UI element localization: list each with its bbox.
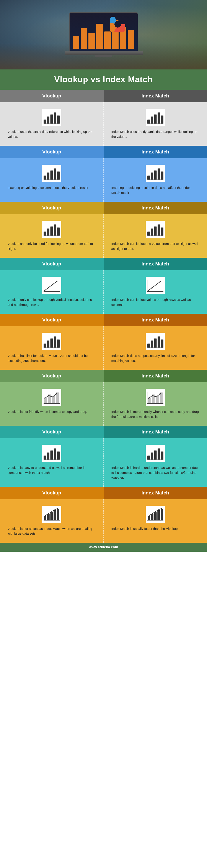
svg-rect-62	[161, 339, 164, 347]
svg-rect-12	[154, 114, 157, 124]
svg-rect-11	[151, 116, 153, 123]
row-2-indexmatch-text: Inserting or deleting a column does not …	[111, 185, 200, 195]
hero-image	[0, 0, 207, 69]
page-title: Vlookup vs Index Match	[4, 75, 203, 84]
comparison-row-7: VlookupIndex Match Vlookup is easy to un…	[0, 426, 207, 487]
svg-point-48	[156, 284, 157, 285]
svg-rect-92	[50, 512, 53, 520]
row-3-vlookup-icon	[42, 221, 61, 238]
row-6-vlookup-icon	[42, 389, 61, 406]
row-4-indexmatch-text: Index Match can lookup values through ro…	[111, 298, 200, 307]
row-3-indexmatch-text: Index Match can lookup the values from L…	[111, 241, 200, 251]
row-6-vlookup-header: Vlookup	[0, 370, 104, 382]
svg-rect-59	[151, 340, 153, 347]
row-8-vlookup-body: Vlookup is not as fast as Index Match wh…	[0, 499, 103, 542]
svg-rect-53	[47, 340, 49, 347]
svg-rect-10	[147, 119, 150, 124]
svg-point-42	[52, 284, 53, 285]
row-1-indexmatch-icon	[146, 109, 165, 126]
svg-rect-90	[44, 516, 46, 520]
row-1-indexmatch-text: Index Match uses the dynamic data ranges…	[111, 129, 200, 139]
row-2-vlookup-text: Inserting or Deleting a column affects t…	[8, 185, 96, 190]
row-7-vlookup-body: Vlookup is easy to understand as well as…	[0, 438, 103, 487]
row-5-vlookup-icon	[42, 333, 61, 350]
comparison-row-2: VlookupIndex Match Inserting or Deleting…	[0, 146, 207, 202]
row-2-vlookup-body: Inserting or Deleting a column affects t…	[0, 158, 103, 202]
svg-rect-58	[147, 343, 150, 347]
row-5-vlookup-text: Vlookup has limit for lookup, value size…	[8, 353, 96, 363]
svg-rect-91	[47, 515, 49, 520]
svg-point-47	[151, 287, 153, 288]
svg-rect-56	[57, 339, 60, 347]
row-4-vlookup-body: Vlookup only can lookup through vertical…	[0, 270, 103, 314]
title-bar: Vlookup vs Index Match	[0, 69, 207, 90]
svg-rect-81	[54, 448, 56, 460]
svg-rect-18	[50, 170, 53, 180]
row-8-indexmatch-icon	[146, 506, 165, 523]
svg-rect-8	[57, 116, 60, 124]
row-3-vlookup-body: Vlookup can only be used for looking up …	[0, 214, 103, 258]
row-7-indexmatch-icon	[146, 445, 165, 462]
row-6-indexmatch-header: Index Match	[104, 370, 207, 382]
svg-rect-30	[50, 226, 53, 236]
svg-rect-25	[158, 168, 160, 180]
svg-rect-55	[54, 336, 56, 347]
comparison-section: VlookupIndex Match Vlookup uses the stat…	[0, 90, 207, 542]
svg-rect-79	[47, 452, 49, 459]
svg-rect-4	[43, 119, 46, 124]
row-4-indexmatch-body: Index Match can lookup values through ro…	[104, 270, 207, 314]
row-6-indexmatch-text: Index Match is more friendly when it com…	[111, 409, 200, 419]
row-8-indexmatch-body: Index Match is usually faster than the V…	[104, 499, 207, 542]
svg-rect-54	[50, 338, 53, 347]
laptop-screen	[69, 12, 138, 52]
comparison-row-5: VlookupIndex Match Vlookup has limit for…	[0, 314, 207, 370]
row-8-vlookup-icon	[42, 506, 61, 523]
laptop-stand	[95, 55, 112, 57]
svg-rect-61	[158, 336, 160, 347]
comparison-row-4: VlookupIndex Match Vlookup only can look…	[0, 258, 207, 314]
row-4-indexmatch-header: Index Match	[104, 258, 207, 270]
row-2-indexmatch-body: Inserting or deleting a column does not …	[104, 158, 207, 202]
row-6-vlookup-body: Vlookup is not friendly when it comes to…	[0, 382, 103, 426]
svg-point-43	[56, 281, 58, 282]
row-6-vlookup-text: Vlookup is not friendly when it comes to…	[8, 409, 96, 414]
row-8-indexmatch-text: Index Match is usually faster than the V…	[111, 526, 200, 531]
svg-rect-60	[154, 338, 157, 347]
svg-rect-34	[147, 231, 150, 236]
row-2-vlookup-icon	[42, 165, 61, 182]
svg-rect-37	[158, 224, 160, 236]
svg-rect-36	[154, 226, 157, 236]
svg-rect-86	[154, 451, 157, 460]
laptop-base	[65, 52, 143, 55]
svg-rect-52	[43, 343, 46, 347]
comparison-row-1: VlookupIndex Match Vlookup uses the stat…	[0, 90, 207, 146]
svg-rect-71	[148, 397, 151, 403]
comparison-row-3: VlookupIndex Match Vlookup can only be u…	[0, 202, 207, 258]
svg-point-49	[160, 281, 161, 282]
svg-rect-23	[151, 172, 153, 179]
row-1-vlookup-icon	[42, 109, 61, 126]
svg-rect-32	[57, 227, 60, 236]
svg-rect-16	[43, 175, 46, 180]
svg-rect-100	[158, 510, 160, 520]
row-8-vlookup-text: Vlookup is not as fast as Index Match wh…	[8, 526, 96, 536]
svg-rect-38	[161, 227, 164, 236]
row-3-indexmatch-icon	[146, 221, 165, 238]
row-7-vlookup-icon	[42, 445, 61, 462]
svg-rect-84	[147, 455, 150, 460]
row-5-vlookup-header: Vlookup	[0, 314, 104, 326]
row-1-indexmatch-body: Index Match uses the dynamic data ranges…	[104, 102, 207, 146]
row-2-indexmatch-icon	[146, 165, 165, 182]
row-5-vlookup-body: Vlookup has limit for lookup, value size…	[0, 326, 103, 370]
svg-rect-82	[57, 452, 60, 460]
svg-rect-29	[47, 228, 49, 235]
row-7-vlookup-text: Vlookup is easy to understand as well as…	[8, 465, 96, 475]
row-7-indexmatch-text: Index Match is hard to understand as wel…	[111, 465, 200, 480]
footer: www.educba.com	[0, 542, 207, 552]
svg-rect-93	[54, 510, 56, 520]
svg-rect-26	[161, 172, 164, 180]
svg-rect-24	[154, 170, 157, 180]
svg-rect-64	[44, 397, 47, 403]
row-8-indexmatch-header: Index Match	[104, 487, 207, 499]
row-6-indexmatch-icon	[146, 389, 165, 406]
